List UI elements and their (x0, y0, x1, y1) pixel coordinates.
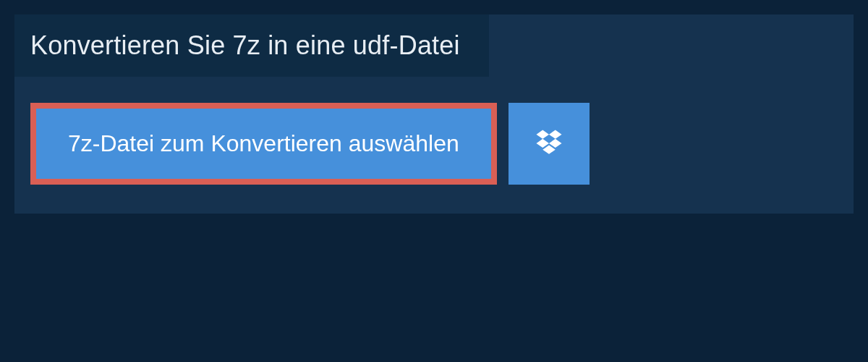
select-file-button[interactable]: 7z-Datei zum Konvertieren auswählen (30, 103, 497, 185)
converter-panel: Konvertieren Sie 7z in eine udf-Datei 7z… (14, 14, 854, 214)
page-title: Konvertieren Sie 7z in eine udf-Datei (30, 30, 460, 61)
dropbox-button[interactable] (509, 103, 590, 185)
action-row: 7z-Datei zum Konvertieren auswählen (14, 77, 854, 185)
select-file-label: 7z-Datei zum Konvertieren auswählen (68, 130, 459, 157)
dropbox-icon (534, 127, 564, 161)
header-bar: Konvertieren Sie 7z in eine udf-Datei (14, 14, 489, 77)
